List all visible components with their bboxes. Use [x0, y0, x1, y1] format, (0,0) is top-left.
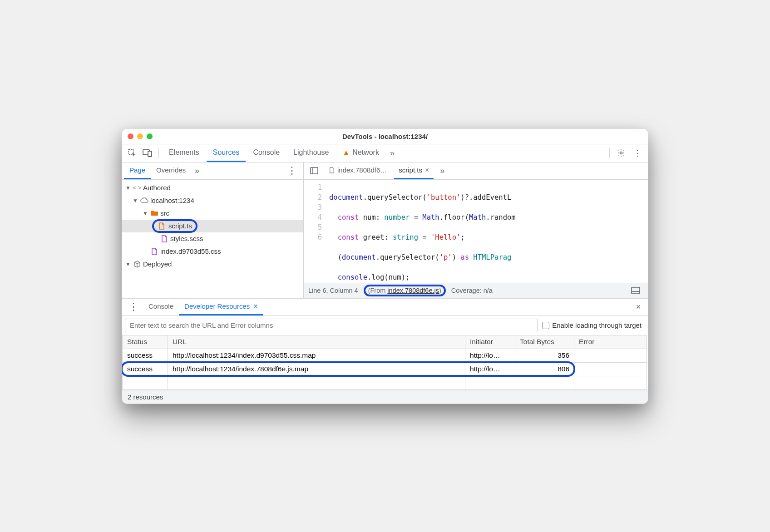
navigator-kebab-icon[interactable]: ⋮ [282, 165, 301, 177]
toggle-navigator-icon[interactable] [306, 163, 322, 178]
tab-overrides[interactable]: Overrides [151, 163, 191, 179]
table-row[interactable]: success http://localhost:1234/index.d970… [123, 349, 648, 362]
col-url[interactable]: URL [168, 335, 465, 349]
svg-point-3 [620, 152, 622, 154]
minimize-window-icon[interactable] [137, 133, 143, 139]
tree-group-deployed[interactable]: ▼ Deployed [122, 258, 303, 271]
col-initiator[interactable]: Initiator [465, 335, 515, 349]
cloud-icon [140, 197, 148, 205]
close-tab-icon[interactable]: × [250, 302, 257, 310]
drawer-tab-console[interactable]: Console [143, 299, 179, 315]
workspace: Page Overrides » ⋮ ▼ < > Authored ▼ loca… [122, 163, 648, 299]
navigator-tabs: Page Overrides » ⋮ [122, 163, 303, 180]
settings-gear-icon[interactable] [613, 145, 629, 161]
tab-label: Elements [169, 148, 199, 157]
line-number: 3 [304, 202, 322, 212]
device-toolbar-icon[interactable] [140, 146, 155, 160]
cell-bytes: 356 [515, 349, 574, 362]
coverage-status: Coverage: n/a [451, 287, 493, 294]
checkbox-icon [542, 322, 549, 329]
tree-group-authored[interactable]: ▼ < > Authored [122, 182, 303, 194]
drawer-tabs: ⋮ Console Developer Resources × × [122, 299, 648, 316]
resource-count: 2 resources [128, 393, 163, 401]
titlebar: DevTools - localhost:1234/ [122, 129, 648, 144]
folder-icon [150, 209, 158, 217]
editor-statusbar: Line 6, Column 4 (From index.7808df6e.js… [304, 283, 648, 298]
chevron-down-icon: ▼ [125, 185, 131, 191]
code-editor[interactable]: 1 2 3 4 5 6 document.querySelector('butt… [304, 180, 648, 283]
drawer-tab-developer-resources[interactable]: Developer Resources × [179, 299, 263, 315]
tab-network[interactable]: ▲ Network [336, 144, 385, 162]
sourcemap-origin-highlight: (From index.7808df6e.js) [364, 285, 446, 296]
cell-initiator: http://lo… [465, 362, 515, 376]
resources-table: Status URL Initiator Total Bytes Error s… [122, 335, 648, 390]
tab-label: Overrides [156, 166, 186, 174]
more-editor-tabs-icon[interactable]: » [436, 166, 448, 176]
close-window-icon[interactable] [128, 133, 133, 139]
editor-pane: index.7808df6… script.ts × » 1 2 3 4 5 6… [304, 163, 648, 298]
col-total-bytes[interactable]: Total Bytes [515, 335, 574, 349]
tree-file-styles-scss[interactable]: styles.scss [122, 232, 303, 245]
drawer-kebab-icon[interactable]: ⋮ [124, 301, 143, 313]
cell-url: http://localhost:1234/index.d9703d55.css… [168, 349, 465, 362]
tab-lighthouse[interactable]: Lighthouse [287, 144, 335, 162]
search-input[interactable] [125, 319, 538, 332]
file-icon [160, 235, 168, 243]
deployed-box-icon [133, 260, 141, 268]
col-error[interactable]: Error [574, 335, 647, 349]
more-navigator-tabs-icon[interactable]: » [191, 166, 203, 176]
sourcemap-origin-link[interactable]: index.7808df6e.js [387, 287, 439, 294]
editor-tab-script-ts[interactable]: script.ts × [394, 163, 434, 179]
editor-tabs: index.7808df6… script.ts × » [304, 163, 648, 180]
enable-loading-toggle[interactable]: Enable loading through target [542, 321, 645, 329]
file-icon [158, 222, 166, 230]
more-tabs-chevron-icon[interactable]: » [386, 148, 398, 158]
tree-file-index-css[interactable]: index.d9703d55.css [122, 245, 303, 258]
tree-label: Authored [143, 184, 171, 192]
tab-elements[interactable]: Elements [163, 144, 206, 162]
tree-host[interactable]: ▼ localhost:1234 [122, 194, 303, 207]
chevron-right-icon: ▼ [125, 261, 131, 267]
maximize-window-icon[interactable] [147, 133, 153, 139]
highlight-ring: script.ts [152, 219, 197, 233]
line-gutter: 1 2 3 4 5 6 [304, 180, 326, 283]
close-drawer-icon[interactable]: × [631, 299, 646, 315]
devtools-window: DevTools - localhost:1234/ Elements Sour… [122, 128, 648, 404]
editor-tab-index-js[interactable]: index.7808df6… [325, 163, 391, 179]
chevron-down-icon: ▼ [142, 210, 148, 217]
close-tab-icon[interactable]: × [425, 166, 429, 174]
file-icon [150, 247, 158, 256]
tree-folder-src[interactable]: ▼ src [122, 207, 303, 220]
cell-error [574, 349, 647, 362]
cell-initiator: http://lo… [465, 349, 515, 362]
editor-tab-label: index.7808df6… [337, 166, 387, 174]
svg-rect-2 [148, 151, 152, 157]
cell-bytes: 806 [515, 362, 574, 376]
tree-file-script-ts[interactable]: script.ts [122, 220, 303, 232]
inspect-element-icon[interactable] [125, 146, 139, 160]
col-status[interactable]: Status [123, 335, 168, 349]
svg-rect-6 [632, 287, 640, 294]
code-content: document.querySelector('button')?.addEve… [326, 180, 648, 283]
divider [609, 148, 610, 158]
table-row-highlighted[interactable]: success http://localhost:1234/index.7808… [123, 362, 648, 376]
table-row-empty [123, 376, 648, 389]
tab-sources[interactable]: Sources [207, 144, 246, 162]
tree-label: styles.scss [170, 235, 203, 242]
main-tab-strip: Elements Sources Console Lighthouse ▲ Ne… [122, 144, 648, 163]
navigator-pane: Page Overrides » ⋮ ▼ < > Authored ▼ loca… [122, 163, 304, 298]
warning-icon: ▲ [342, 148, 350, 157]
tab-console[interactable]: Console [247, 144, 286, 162]
file-tree: ▼ < > Authored ▼ localhost:1234 ▼ src [122, 180, 303, 298]
cell-error [574, 362, 647, 376]
line-number: 6 [304, 232, 322, 242]
tab-page[interactable]: Page [124, 163, 151, 179]
tab-label: Sources [213, 148, 240, 157]
kebab-menu-icon[interactable]: ⋮ [630, 145, 645, 161]
file-icon [329, 167, 335, 173]
line-number: 5 [304, 222, 322, 232]
code-icon: < > [133, 184, 141, 192]
tab-label: Developer Resources [184, 302, 250, 310]
toggle-label: Enable loading through target [552, 321, 642, 329]
toggle-detail-pane-icon[interactable] [628, 283, 643, 298]
